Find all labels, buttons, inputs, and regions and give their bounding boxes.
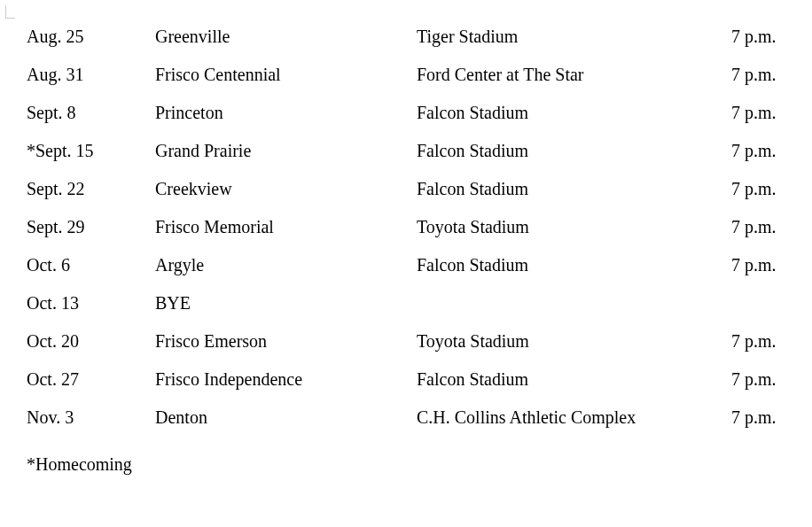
cell-opponent: Frisco Memorial xyxy=(155,208,417,246)
cell-time: 7 p.m. xyxy=(731,18,785,56)
table-row: Aug. 25 Greenville Tiger Stadium 7 p.m. xyxy=(27,18,785,56)
cell-date: *Sept. 15 xyxy=(27,132,155,170)
cell-location: Tiger Stadium xyxy=(417,18,731,56)
cell-date: Aug. 25 xyxy=(27,18,155,56)
cell-date: Aug. 31 xyxy=(27,56,155,94)
cell-date: Oct. 20 xyxy=(27,322,155,360)
table-row: Oct. 6 Argyle Falcon Stadium 7 p.m. xyxy=(27,246,785,284)
cell-date: Sept. 29 xyxy=(27,208,155,246)
table-row: Sept. 22 Creekview Falcon Stadium 7 p.m. xyxy=(27,170,785,208)
cell-opponent: Frisco Independence xyxy=(155,360,417,399)
cell-opponent: Frisco Emerson xyxy=(155,322,417,360)
schedule-table: Aug. 25 Greenville Tiger Stadium 7 p.m. … xyxy=(27,18,785,437)
cell-opponent: Greenville xyxy=(155,18,417,56)
cell-time: 7 p.m. xyxy=(731,56,785,94)
cell-time: 7 p.m. xyxy=(731,399,785,437)
table-row: Oct. 27 Frisco Independence Falcon Stadi… xyxy=(27,360,785,399)
cell-opponent: Denton xyxy=(155,399,417,437)
cell-location: Ford Center at The Star xyxy=(417,56,731,94)
footnote: *Homecoming xyxy=(27,446,785,484)
cell-location: Falcon Stadium xyxy=(417,170,731,208)
cell-location: Toyota Stadium xyxy=(417,322,731,360)
cell-time: 7 p.m. xyxy=(731,170,785,208)
cell-date: Sept. 8 xyxy=(27,94,155,132)
cell-opponent: Frisco Centennial xyxy=(155,56,417,94)
cell-location: Falcon Stadium xyxy=(417,360,731,399)
cell-location: Toyota Stadium xyxy=(417,208,731,246)
table-row: Aug. 31 Frisco Centennial Ford Center at… xyxy=(27,56,785,94)
cell-time xyxy=(731,284,785,322)
cell-opponent: Argyle xyxy=(155,246,417,284)
cell-opponent: Princeton xyxy=(155,94,417,132)
cell-location: Falcon Stadium xyxy=(417,246,731,284)
cell-date: Sept. 22 xyxy=(27,170,155,208)
cell-time: 7 p.m. xyxy=(731,322,785,360)
cell-date: Oct. 13 xyxy=(27,284,155,322)
cell-date: Nov. 3 xyxy=(27,399,155,437)
cell-time: 7 p.m. xyxy=(731,94,785,132)
table-row: Oct. 20 Frisco Emerson Toyota Stadium 7 … xyxy=(27,322,785,360)
cell-location: Falcon Stadium xyxy=(417,132,731,170)
table-row: Sept. 29 Frisco Memorial Toyota Stadium … xyxy=(27,208,785,246)
cell-time: 7 p.m. xyxy=(731,360,785,399)
cell-opponent: BYE xyxy=(155,284,417,322)
cell-date: Oct. 6 xyxy=(27,246,155,284)
cell-time: 7 p.m. xyxy=(731,246,785,284)
cell-time: 7 p.m. xyxy=(731,132,785,170)
cell-location xyxy=(417,284,731,322)
cell-date: Oct. 27 xyxy=(27,360,155,399)
cell-time: 7 p.m. xyxy=(731,208,785,246)
page-corner-mark xyxy=(5,5,15,19)
cell-location: C.H. Collins Athletic Complex xyxy=(417,399,731,437)
table-row: Sept. 8 Princeton Falcon Stadium 7 p.m. xyxy=(27,94,785,132)
cell-opponent: Creekview xyxy=(155,170,417,208)
table-row: Oct. 13 BYE xyxy=(27,284,785,322)
table-row: Nov. 3 Denton C.H. Collins Athletic Comp… xyxy=(27,399,785,437)
table-row: *Sept. 15 Grand Prairie Falcon Stadium 7… xyxy=(27,132,785,170)
cell-location: Falcon Stadium xyxy=(417,94,731,132)
cell-opponent: Grand Prairie xyxy=(155,132,417,170)
